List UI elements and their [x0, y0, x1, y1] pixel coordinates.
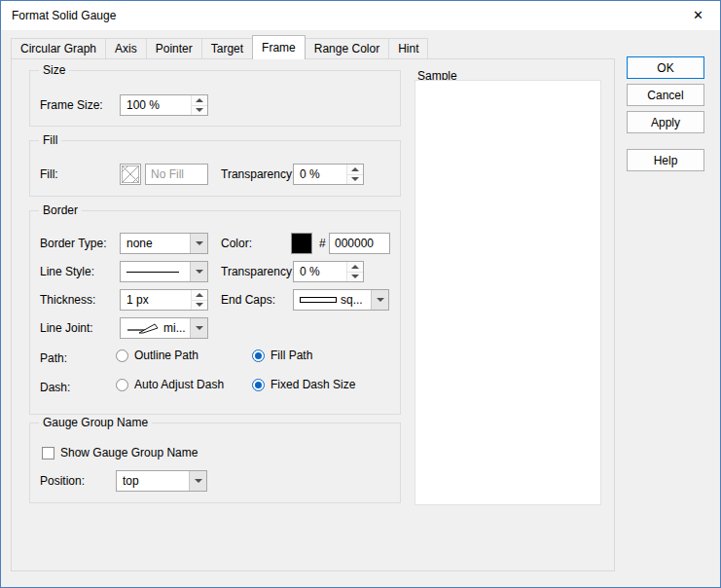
line-joint-preview: [126, 322, 160, 334]
fill-transparency-spinner: [293, 164, 364, 185]
line-style-label: Line Style:: [40, 265, 94, 278]
line-style-value: [121, 262, 190, 281]
border-transparency-spin-buttons: [346, 262, 363, 281]
frame-tab-panel: Size Frame Size: Fill Fill: Transpar: [11, 58, 615, 571]
border-transparency-label: Transparency:: [221, 265, 295, 278]
end-cap-preview: [300, 297, 337, 303]
radio-fill-path[interactable]: Fill Path: [252, 349, 312, 362]
frame-size-label: Frame Size:: [40, 98, 103, 112]
border-color-hex-field[interactable]: [329, 233, 390, 254]
close-icon: ✕: [693, 8, 703, 22]
thickness-label: Thickness:: [40, 293, 95, 307]
frame-size-spin-up[interactable]: [192, 95, 207, 106]
spin-down-icon: [351, 177, 359, 181]
path-label: Path:: [40, 351, 67, 365]
end-caps-value-wrap: sq...: [294, 290, 371, 310]
radio-fixed-dash-size-circle: [252, 379, 265, 391]
tab-range-color[interactable]: Range Color: [305, 38, 389, 58]
spin-up-icon: [351, 265, 359, 269]
arrow-glyph: [196, 241, 203, 245]
tab-frame[interactable]: Frame: [252, 35, 306, 59]
show-gauge-group-name-label: Show Gauge Group Name: [60, 446, 198, 459]
fill-transparency-spin-buttons: [346, 165, 363, 184]
border-transparency-spinner: [293, 261, 364, 282]
thickness-spin-buttons: [191, 290, 207, 310]
fill-transparency-label: Transparency:: [221, 167, 295, 181]
size-group-title: Size: [39, 63, 69, 77]
dropdown-arrow-icon: [190, 234, 207, 253]
position-label: Position:: [40, 474, 85, 488]
dropdown-arrow-icon: [190, 318, 207, 338]
fill-group: Fill Fill: Transparency:: [29, 140, 401, 197]
border-type-label: Border Type:: [40, 237, 106, 250]
spin-up-icon: [196, 98, 203, 102]
line-joint-value-wrap: mi...: [121, 318, 190, 338]
border-type-select[interactable]: none: [120, 233, 208, 254]
radio-fixed-dash-size[interactable]: Fixed Dash Size: [252, 378, 355, 391]
fill-group-title: Fill: [39, 133, 61, 147]
radio-auto-adjust-dash-label: Auto Adjust Dash: [134, 378, 224, 391]
thickness-spin-up[interactable]: [192, 290, 207, 301]
border-color-swatch[interactable]: [291, 233, 312, 254]
dropdown-arrow-icon: [189, 471, 206, 491]
help-button[interactable]: Help: [627, 149, 704, 171]
spin-down-icon: [196, 303, 203, 307]
size-group: Size Frame Size:: [29, 70, 401, 127]
hex-prefix-label: #: [319, 237, 326, 250]
show-gauge-group-name-checkbox[interactable]: Show Gauge Group Name: [42, 446, 198, 459]
border-color-label: Color:: [221, 237, 252, 250]
line-joint-label: Line Joint:: [40, 321, 93, 335]
position-value: top: [117, 471, 189, 491]
line-style-select[interactable]: [120, 261, 208, 282]
checkbox-box: [42, 447, 54, 459]
radio-outline-path-circle: [116, 349, 128, 362]
border-transparency-input[interactable]: [294, 262, 346, 281]
position-select[interactable]: top: [116, 470, 207, 492]
frame-size-input[interactable]: [121, 95, 191, 115]
radio-auto-adjust-dash-circle: [116, 379, 128, 391]
radio-fill-path-circle: [252, 349, 265, 362]
thickness-input[interactable]: [121, 290, 191, 310]
border-transparency-spin-down[interactable]: [347, 273, 363, 282]
apply-button[interactable]: Apply: [627, 111, 704, 133]
fill-transparency-spin-down[interactable]: [347, 175, 363, 185]
spin-down-icon: [196, 108, 203, 112]
tab-circular-graph[interactable]: Circular Graph: [11, 38, 106, 58]
gauge-group-name-title: Gauge Group Name: [39, 416, 152, 429]
end-caps-select[interactable]: sq...: [293, 289, 389, 311]
close-button[interactable]: ✕: [676, 1, 720, 29]
radio-fill-path-label: Fill Path: [270, 349, 312, 362]
line-joint-value: mi...: [163, 321, 186, 335]
tab-axis[interactable]: Axis: [105, 38, 147, 58]
thickness-spin-down[interactable]: [192, 301, 207, 311]
dash-label: Dash:: [40, 381, 70, 394]
ok-button[interactable]: OK: [627, 56, 704, 79]
border-group: Border Border Type: none Color: # Line S…: [29, 210, 401, 415]
tab-bar: Circular Graph Axis Pointer Target Frame…: [11, 36, 428, 58]
fill-transparency-spin-up[interactable]: [347, 165, 363, 175]
line-joint-select[interactable]: mi...: [120, 317, 208, 339]
spin-up-icon: [196, 293, 203, 297]
no-fill-hatch-icon: [122, 165, 139, 183]
gauge-group-name-group: Gauge Group Name Show Gauge Group Name P…: [29, 423, 401, 503]
radio-auto-adjust-dash[interactable]: Auto Adjust Dash: [116, 378, 224, 391]
tab-target[interactable]: Target: [201, 38, 253, 58]
spin-down-icon: [351, 275, 359, 278]
fill-transparency-input[interactable]: [294, 165, 346, 184]
arrow-glyph: [196, 326, 203, 330]
border-transparency-spin-up[interactable]: [347, 262, 363, 273]
fill-value-field[interactable]: [145, 164, 208, 185]
cancel-button[interactable]: Cancel: [627, 84, 704, 106]
end-caps-label: End Caps:: [221, 293, 275, 307]
radio-outline-path[interactable]: Outline Path: [116, 349, 198, 362]
tab-pointer[interactable]: Pointer: [146, 38, 202, 58]
arrow-glyph: [196, 270, 203, 274]
line-style-preview: [126, 272, 179, 273]
arrow-glyph: [195, 479, 202, 483]
fill-label: Fill:: [40, 167, 58, 181]
fill-pattern-button[interactable]: [120, 164, 141, 185]
frame-size-spin-down[interactable]: [192, 106, 207, 116]
tab-hint[interactable]: Hint: [388, 38, 428, 58]
window-title: Format Solid Gauge: [12, 9, 116, 22]
frame-size-spin-buttons: [191, 95, 207, 115]
